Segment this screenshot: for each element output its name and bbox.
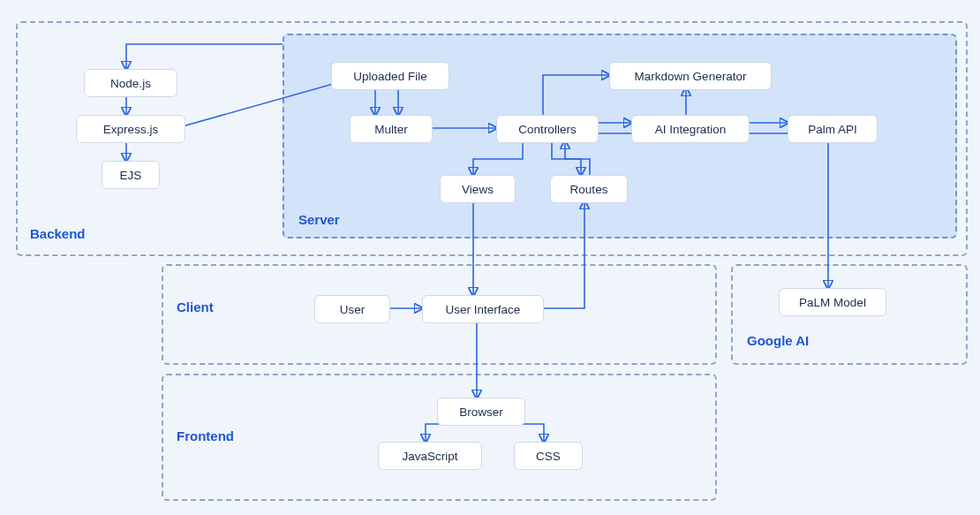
node-expressjs: Express.js bbox=[76, 115, 185, 143]
node-palm-api: Palm API bbox=[788, 115, 878, 143]
node-user-interface: User Interface bbox=[422, 295, 544, 323]
region-label-frontend: Frontend bbox=[177, 428, 234, 443]
node-ejs: EJS bbox=[102, 161, 160, 189]
region-label-server: Server bbox=[298, 212, 340, 227]
node-markdown-generator: Markdown Generator bbox=[609, 62, 772, 90]
node-uploaded-file: Uploaded File bbox=[331, 62, 449, 90]
node-controllers: Controllers bbox=[496, 115, 599, 143]
diagram-canvas: Backend Server Client Google AI Frontend bbox=[0, 0, 980, 515]
region-label-client: Client bbox=[177, 299, 214, 314]
region-label-googleai: Google AI bbox=[747, 333, 809, 348]
node-routes: Routes bbox=[550, 175, 628, 203]
node-views: Views bbox=[440, 175, 516, 203]
node-palm-model: PaLM Model bbox=[779, 288, 886, 316]
node-javascript: JavaScript bbox=[378, 442, 482, 470]
node-css: CSS bbox=[514, 442, 583, 470]
node-multer: Multer bbox=[350, 115, 433, 143]
region-label-backend: Backend bbox=[30, 226, 86, 241]
node-nodejs: Node.js bbox=[84, 69, 177, 97]
node-user: User bbox=[314, 295, 390, 323]
node-ai-integration: AI Integration bbox=[631, 115, 750, 143]
node-browser: Browser bbox=[437, 398, 525, 426]
region-frontend bbox=[162, 374, 717, 501]
